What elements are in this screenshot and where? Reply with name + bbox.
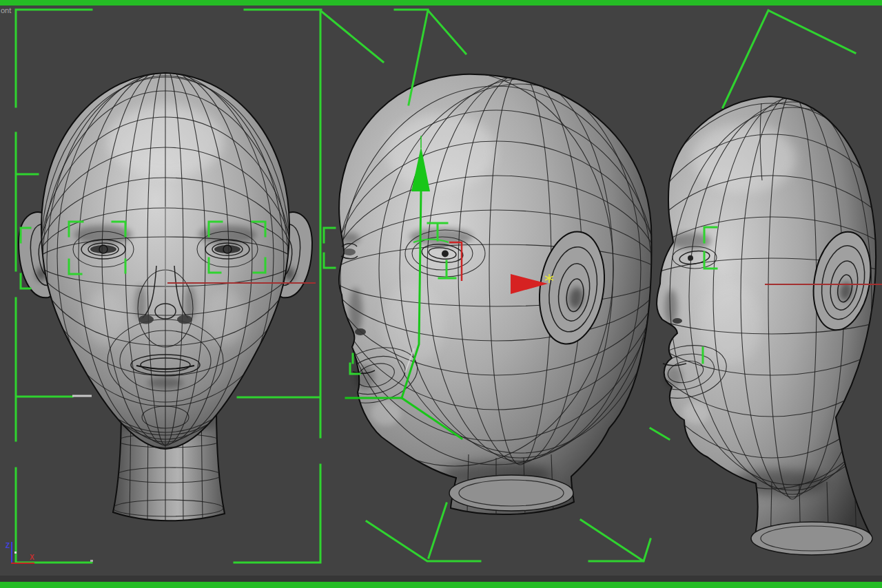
top-frame-bar <box>0 0 882 6</box>
bottom-frame-bar <box>0 582 882 588</box>
x-axis-label: X <box>30 554 34 561</box>
bottom-edge-strip <box>0 576 882 582</box>
bracket-end-dot <box>90 560 93 562</box>
neck-rim <box>449 475 573 511</box>
axis-origin-dot <box>14 552 17 554</box>
viewport[interactable]: Z X ont <box>0 0 882 588</box>
z-axis-label: Z <box>6 542 10 549</box>
viewport-label[interactable]: ont <box>1 6 11 14</box>
neck-rim <box>751 522 872 555</box>
